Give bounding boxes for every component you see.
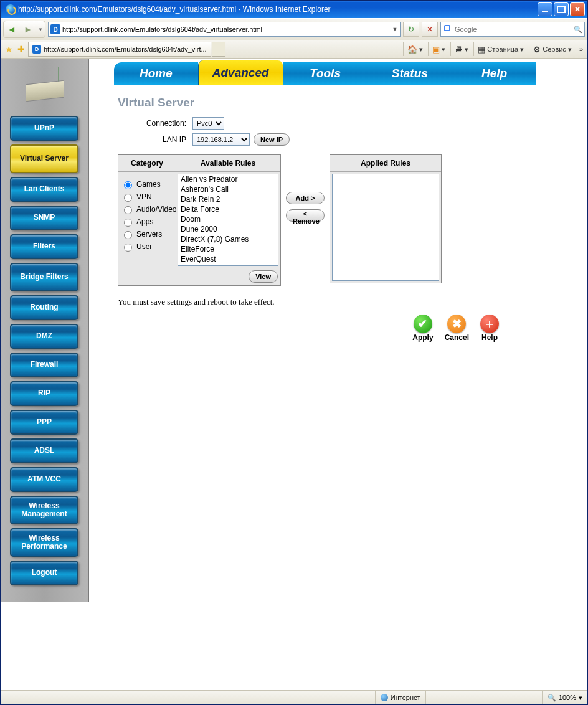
- check-icon: ✔: [414, 315, 432, 333]
- rule-item[interactable]: EliteForce: [178, 244, 278, 254]
- sidebar-item-bridge-filters[interactable]: Bridge Filters: [10, 263, 78, 291]
- service-tool-button[interactable]: ⚙Сервис ▾: [529, 42, 576, 56]
- search-input[interactable]: [453, 23, 572, 35]
- save-note: You must save settings and reboot to tak…: [118, 297, 518, 307]
- category-radio[interactable]: [124, 181, 132, 189]
- rule-item[interactable]: Dune 2000: [178, 224, 278, 234]
- minimize-button[interactable]: [538, 2, 552, 16]
- rule-item[interactable]: Doom: [178, 214, 278, 224]
- tab-advanced[interactable]: Advanced: [198, 60, 283, 85]
- home-tool-button[interactable]: 🏠▾: [403, 42, 427, 56]
- ie-icon: [6, 4, 16, 14]
- nav-dropdown[interactable]: ▼: [36, 21, 45, 37]
- tab-tools[interactable]: Tools: [283, 62, 368, 85]
- available-rules-header: Available Rules: [176, 155, 280, 171]
- tab-help[interactable]: Help: [452, 62, 536, 85]
- add-button[interactable]: Add >: [286, 192, 325, 204]
- connection-select[interactable]: Pvc0: [192, 117, 224, 130]
- search-go-button[interactable]: 🔍: [572, 26, 584, 34]
- browser-tab[interactable]: D http://support.dlink.com/Emulators/dsl…: [28, 42, 211, 57]
- applied-rules-list[interactable]: [332, 174, 439, 281]
- new-tab-button[interactable]: [212, 42, 225, 57]
- help-button[interactable]: ＋ Help: [480, 315, 499, 342]
- sidebar-item-dmz[interactable]: DMZ: [10, 324, 78, 349]
- available-rules-panel: Category Available Rules GamesVPNAudio/V…: [118, 154, 281, 286]
- cancel-button[interactable]: ✖ Cancel: [445, 315, 469, 342]
- favorites-star-icon[interactable]: ★: [3, 44, 14, 55]
- window-titlebar: http://support.dlink.com/Emulators/dslg6…: [1, 1, 587, 18]
- tab-home[interactable]: Home: [114, 62, 198, 85]
- applied-rules-panel: Applied Rules: [330, 154, 442, 283]
- sidebar-item-virtual-server[interactable]: Virtual Server: [10, 144, 78, 173]
- category-audio-video[interactable]: Audio/Video: [121, 204, 173, 214]
- rule-item[interactable]: DirectX (7,8) Games: [178, 234, 278, 244]
- tab-status[interactable]: Status: [367, 62, 452, 85]
- address-dropdown[interactable]: ▼: [390, 26, 400, 32]
- zoom-control[interactable]: 🔍 100% ▾: [542, 691, 587, 704]
- category-apps[interactable]: Apps: [121, 217, 173, 227]
- back-button[interactable]: ◄: [4, 21, 20, 37]
- category-user[interactable]: User: [121, 242, 173, 252]
- category-servers[interactable]: Servers: [121, 229, 173, 239]
- sidebar-item-firewall[interactable]: Firewall: [10, 352, 78, 377]
- sidebar: UPnPVirtual ServerLan ClientsSNMPFilters…: [1, 59, 89, 602]
- address-bar-row: ◄ ► ▼ D ▼ ↻ ✕ 🔍: [1, 18, 587, 40]
- category-radio[interactable]: [124, 231, 132, 239]
- add-favorite-icon[interactable]: ✚: [16, 44, 27, 55]
- sidebar-item-lan-clients[interactable]: Lan Clients: [10, 177, 78, 202]
- address-input[interactable]: [62, 24, 390, 35]
- page-heading: Virtual Server: [118, 96, 518, 110]
- rule-item[interactable]: Asheron's Call: [178, 184, 278, 194]
- tab-site-icon: D: [32, 45, 41, 54]
- google-icon: [443, 25, 452, 34]
- category-radio[interactable]: [124, 194, 132, 202]
- remove-button[interactable]: < Remove: [286, 209, 325, 222]
- lanip-select[interactable]: 192.168.1.2: [192, 133, 250, 146]
- sidebar-item-logout[interactable]: Logout: [10, 561, 78, 585]
- rule-item[interactable]: Delta Force: [178, 204, 278, 214]
- maximize-button[interactable]: [554, 2, 569, 16]
- category-games[interactable]: Games: [121, 179, 173, 189]
- sidebar-item-wireless-management[interactable]: Wireless Management: [10, 496, 78, 524]
- category-header: Category: [118, 155, 176, 171]
- feeds-tool-button[interactable]: ▣▾: [428, 42, 449, 56]
- status-bar: Интернет 🔍 100% ▾: [1, 690, 587, 704]
- view-button[interactable]: View: [249, 270, 278, 283]
- category-radio[interactable]: [124, 219, 132, 227]
- page-tool-button[interactable]: ▦Страница ▾: [473, 42, 528, 56]
- gear-icon: ⚙: [533, 45, 541, 54]
- forward-button[interactable]: ►: [20, 21, 36, 37]
- page-content: UPnPVirtual ServerLan ClientsSNMPFilters…: [1, 59, 587, 690]
- category-radio[interactable]: [124, 244, 132, 252]
- sidebar-item-filters[interactable]: Filters: [10, 234, 78, 259]
- applied-rules-header: Applied Rules: [330, 155, 441, 171]
- new-ip-button[interactable]: New IP: [254, 133, 290, 146]
- address-bar[interactable]: D ▼: [48, 22, 401, 37]
- rule-item[interactable]: EverQuest: [178, 254, 278, 264]
- apply-button[interactable]: ✔ Apply: [412, 315, 433, 342]
- close-button[interactable]: ✕: [570, 2, 585, 16]
- sidebar-item-ppp[interactable]: PPP: [10, 410, 78, 435]
- print-tool-button[interactable]: 🖶▾: [450, 42, 472, 56]
- available-rules-list[interactable]: Alien vs PredatorAsheron's CallDark Rein…: [178, 174, 278, 266]
- search-box[interactable]: 🔍: [440, 22, 585, 37]
- zoom-icon: 🔍: [548, 694, 556, 702]
- category-radio[interactable]: [124, 206, 132, 214]
- refresh-button[interactable]: ↻: [403, 22, 419, 37]
- rule-item[interactable]: Dark Rein 2: [178, 194, 278, 204]
- toolbar-overflow[interactable]: »: [577, 42, 585, 56]
- tab-toolbar: ★ ✚ D http://support.dlink.com/Emulators…: [1, 40, 587, 59]
- sidebar-item-upnp[interactable]: UPnP: [10, 116, 78, 141]
- sidebar-item-adsl[interactable]: ADSL: [10, 438, 78, 463]
- category-vpn[interactable]: VPN: [121, 192, 173, 202]
- rule-item[interactable]: Alien vs Predator: [178, 174, 278, 184]
- sidebar-item-wireless-performance[interactable]: Wireless Performance: [10, 528, 78, 557]
- sidebar-item-routing[interactable]: Routing: [10, 295, 78, 320]
- sidebar-item-atm-vcc[interactable]: ATM VCC: [10, 467, 78, 492]
- rule-item[interactable]: Fighter Ace II: [178, 264, 278, 266]
- page-icon: ▦: [478, 45, 485, 54]
- stop-button[interactable]: ✕: [422, 22, 438, 37]
- sidebar-item-snmp[interactable]: SNMP: [10, 206, 78, 230]
- tab-title: http://support.dlink.com/Emulators/dslg6…: [44, 45, 207, 53]
- sidebar-item-rip[interactable]: RIP: [10, 381, 78, 406]
